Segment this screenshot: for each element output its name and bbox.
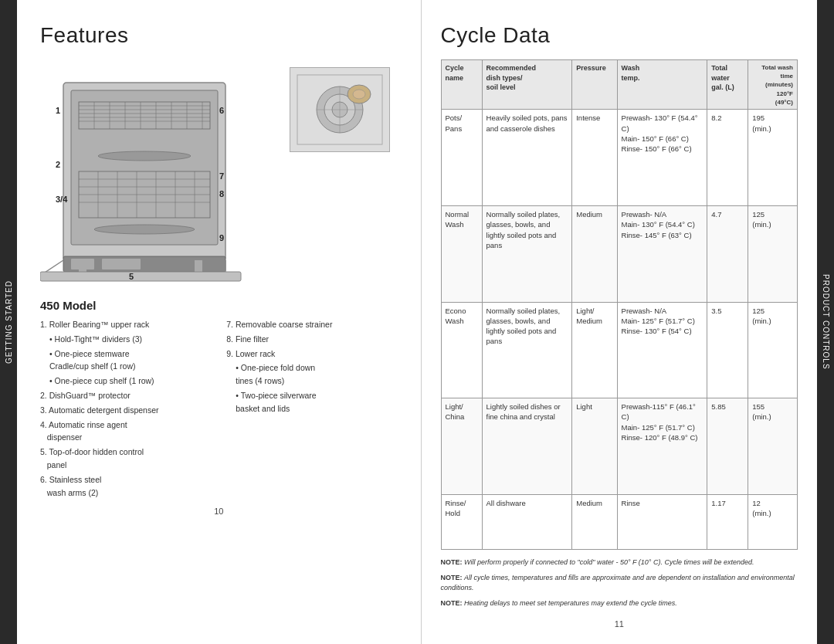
label-5: 5 — [129, 272, 134, 281]
list-item: Hold-Tight™ dividers (3) — [40, 333, 211, 346]
dish-types-cell: Normally soiled plates, glasses, bowls, … — [482, 206, 572, 303]
list-item: 9. Lower rack — [226, 347, 397, 361]
label-6: 6 — [219, 106, 224, 115]
list-item: 2. DishGuard™ protector — [40, 389, 211, 402]
dish-types-cell: Heavily soiled pots, pans and casserole … — [482, 110, 572, 206]
table-row: Rinse/Hold All dishware Medium Rinse 1.1… — [441, 494, 798, 549]
list-item: 5. Top-of-door hidden control panel — [40, 446, 211, 472]
th-cycle-name: Cyclename — [441, 60, 482, 110]
features-list-2: 7. Removable coarse strainer 8. Fine fil… — [226, 318, 397, 415]
page-number-left: 10 — [40, 500, 398, 516]
list-item: One-piece cup shelf (1 row) — [40, 375, 211, 388]
table-row: EconoWash Normally soiled plates, glasse… — [441, 302, 798, 398]
left-side-tab: Getting Started — [0, 0, 17, 644]
dish-types-cell: All dishware — [482, 494, 572, 549]
table-row: Pots/Pans Heavily soiled pots, pans and … — [441, 110, 798, 206]
th-pressure: Pressure — [572, 60, 617, 110]
wash-temp-cell: Prewash-115° F (46.1° C)Main- 125° F (51… — [617, 398, 707, 495]
right-side-tab: Product Controls — [817, 0, 834, 644]
features-page: Features — [17, 0, 422, 644]
label-7: 7 — [219, 171, 224, 181]
model-title: 450 Model — [40, 299, 398, 312]
total-time-cell: 155(min.) — [748, 398, 798, 495]
total-water-cell: 5.85 — [707, 398, 748, 495]
main-content: Features — [17, 0, 817, 644]
th-total-time-top: Total wash time(minutes)120°F(49°C) — [748, 60, 798, 110]
list-item: 8. Fine filter — [226, 333, 397, 346]
features-list-1: 1. Roller Bearing™ upper rack Hold-Tight… — [40, 318, 211, 499]
cycle-data-page: Cycle Data Cyclename Recommendeddish typ… — [422, 0, 818, 644]
list-item: 6. Stainless steel wash arms (2) — [40, 473, 211, 500]
list-item: One-piece stemwareCradle/cup shelf (1 ro… — [40, 347, 211, 374]
label-2: 2 — [56, 160, 60, 169]
note-1: NOTE: Will perform properly if connected… — [441, 558, 798, 568]
features-col-1: 1. Roller Bearing™ upper rack Hold-Tight… — [40, 318, 211, 500]
pressure-cell: Light — [572, 398, 617, 495]
wash-temp-cell: Prewash- N/AMain- 125° F (51.7° C)Rinse-… — [617, 302, 707, 398]
total-time-cell: 195(min.) — [748, 110, 798, 206]
pressure-cell: Intense — [572, 110, 617, 206]
pressure-cell: Medium — [572, 494, 617, 549]
list-item: One-piece fold downtines (4 rows) — [226, 361, 397, 388]
table-row: Light/China Lightly soiled dishes or fin… — [441, 398, 798, 495]
label-8: 8 — [219, 189, 224, 198]
label-34: 3/4 — [56, 195, 67, 204]
cycle-data-title: Cycle Data — [441, 23, 798, 48]
right-tab-label: Product Controls — [822, 274, 830, 370]
page-number-right: 11 — [441, 613, 798, 629]
label-1: 1 — [56, 106, 60, 115]
dish-types-cell: Lightly soiled dishes or fine china and … — [482, 398, 572, 495]
notes-section: NOTE: Will perform properly if connected… — [441, 558, 798, 613]
cycle-table: Cyclename Recommendeddish types/soil lev… — [441, 59, 798, 550]
cycle-name-cell: Rinse/Hold — [441, 494, 482, 549]
table-row: NormalWash Normally soiled plates, glass… — [441, 206, 798, 303]
left-tab-label: Getting Started — [5, 280, 13, 364]
note-3: NOTE: Heating delays to meet set tempera… — [441, 598, 798, 609]
wash-temp-cell: Prewash- 130° F (54.4° C)Main- 150° F (6… — [617, 110, 707, 206]
cycle-name-cell: Light/China — [441, 398, 482, 495]
pressure-cell: Light/Medium — [572, 302, 617, 398]
total-time-cell: 125(min.) — [748, 206, 798, 303]
cycle-name-cell: EconoWash — [441, 302, 482, 398]
total-water-cell: 4.7 — [707, 206, 748, 303]
cycle-name-cell: NormalWash — [441, 206, 482, 303]
th-recommended: Recommendeddish types/soil level — [482, 60, 572, 110]
dish-types-cell: Normally soiled plates, glasses, bowls, … — [482, 302, 572, 398]
total-water-cell: 1.17 — [707, 494, 748, 549]
features-title: Features — [40, 23, 398, 48]
diagram-container: 1 2 3/4 5 6 7 8 9 — [40, 59, 398, 299]
total-time-cell: 125(min.) — [748, 302, 798, 398]
features-columns: 1. Roller Bearing™ upper rack Hold-Tight… — [40, 318, 398, 500]
total-water-cell: 8.2 — [707, 110, 748, 206]
wash-temp-cell: Rinse — [617, 494, 707, 549]
th-wash-temp: Washtemp. — [617, 60, 707, 110]
total-water-cell: 3.5 — [707, 302, 748, 398]
label-9: 9 — [219, 233, 224, 242]
diagram-labels: 1 2 3/4 5 6 7 8 9 — [40, 59, 398, 299]
cycle-name-cell: Pots/Pans — [441, 110, 482, 206]
list-item: 1. Roller Bearing™ upper rack — [40, 318, 211, 331]
list-item: 3. Automatic detergent dispenser — [40, 404, 211, 417]
pressure-cell: Medium — [572, 206, 617, 303]
list-item: Two-piece silverwarebasket and lids — [226, 389, 397, 415]
page-spread: Features — [17, 0, 817, 644]
features-col-2: 7. Removable coarse strainer 8. Fine fil… — [226, 318, 397, 500]
model-section: 450 Model 1. Roller Bearing™ upper rack … — [40, 299, 398, 500]
wash-temp-cell: Prewash- N/AMain- 130° F (54.4° C)Rinse-… — [617, 206, 707, 303]
note-2: NOTE: All cycle times, temperatures and … — [441, 573, 798, 594]
total-time-cell: 12(min.) — [748, 494, 798, 549]
list-item: 4. Automatic rinse agent dispenser — [40, 419, 211, 445]
th-total-water: Totalwatergal. (L) — [707, 60, 748, 110]
list-item: 7. Removable coarse strainer — [226, 318, 397, 331]
